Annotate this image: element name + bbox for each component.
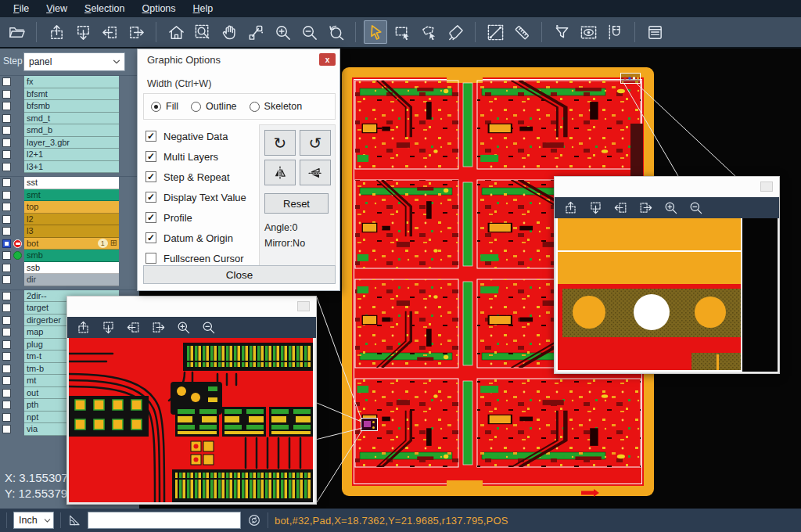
layer-checkbox[interactable] — [2, 401, 11, 409]
layer-row-l3[interactable]: l3 — [0, 225, 139, 238]
open-folder-icon[interactable] — [5, 20, 28, 44]
zoom-in-icon[interactable] — [661, 200, 680, 217]
layer-checkbox[interactable] — [2, 150, 11, 159]
radio-icon[interactable] — [191, 102, 201, 112]
radio-icon[interactable] — [250, 102, 260, 112]
angle-mode-icon[interactable] — [67, 513, 81, 527]
layers-panel-icon[interactable] — [643, 20, 666, 44]
menu-options[interactable]: Options — [133, 3, 184, 14]
layer-row-fx[interactable]: fx — [0, 76, 139, 88]
menu-view[interactable]: View — [38, 3, 76, 14]
checkbox-negative-data[interactable]: ✓Negative Data — [145, 126, 246, 146]
chevron-down-icon[interactable] — [109, 53, 124, 70]
layer-row-top[interactable]: top — [0, 201, 139, 214]
menu-selection[interactable]: Selection — [76, 3, 133, 14]
layer-checkbox[interactable] — [2, 275, 11, 284]
snap-icon[interactable] — [603, 20, 627, 44]
layer-checkbox[interactable] — [2, 215, 11, 224]
layer-checkbox[interactable] — [2, 239, 11, 248]
layer-checkbox[interactable] — [2, 352, 11, 361]
close-button[interactable]: Close — [143, 265, 336, 284]
select-polygon-icon[interactable] — [417, 20, 440, 44]
pan-hand-icon[interactable] — [217, 20, 241, 44]
move-right-icon[interactable] — [636, 200, 655, 217]
move-left-icon[interactable] — [98, 20, 121, 44]
layer-row-ssb[interactable]: ssb — [0, 262, 139, 275]
magnifier-view[interactable] — [67, 338, 316, 504]
layer-row-bfsmb[interactable]: bfsmb — [0, 100, 139, 113]
checkbox-multi-layers[interactable]: ✓Multi Layers — [145, 146, 246, 167]
magnifier-titlebar[interactable] — [555, 177, 779, 197]
measure-ruler-icon[interactable] — [510, 20, 533, 44]
layer-checkbox[interactable] — [2, 163, 11, 171]
layer-row-smd-t[interactable]: smd_t — [0, 113, 139, 125]
zoom-out-icon[interactable] — [297, 20, 321, 44]
filter-icon[interactable] — [550, 20, 573, 44]
layer-checkbox[interactable] — [2, 126, 11, 135]
reset-button[interactable]: Reset — [264, 193, 329, 214]
layer-checkbox[interactable] — [2, 264, 11, 272]
mirror-vertical-button[interactable] — [300, 160, 331, 185]
checkbox-icon[interactable]: ✓ — [145, 232, 156, 243]
move-down-icon[interactable] — [71, 20, 95, 44]
layer-checkbox[interactable] — [2, 90, 11, 99]
mirror-horizontal-button[interactable] — [264, 160, 296, 185]
menu-file[interactable]: File — [5, 3, 38, 14]
magnifier-menu-button[interactable] — [760, 182, 773, 192]
layer-row-dir[interactable]: dir — [0, 274, 139, 286]
zoom-in-icon[interactable] — [174, 319, 192, 336]
zoom-window-icon[interactable] — [191, 20, 214, 44]
command-input[interactable] — [88, 512, 241, 529]
layer-checkbox[interactable] — [2, 389, 11, 397]
layer-checkbox[interactable] — [2, 102, 11, 110]
layer-checkbox[interactable] — [2, 203, 11, 211]
visibility-icon[interactable] — [577, 20, 600, 44]
zoom-previous-icon[interactable] — [324, 20, 347, 44]
move-right-icon[interactable] — [149, 319, 167, 336]
layer-checkbox[interactable] — [2, 376, 11, 385]
layer-checkbox[interactable] — [2, 178, 11, 187]
layer-checkbox[interactable] — [2, 227, 11, 235]
select-window-icon[interactable] — [390, 20, 414, 44]
layer-row-bfsmt[interactable]: bfsmt — [0, 88, 139, 101]
move-left-icon[interactable] — [611, 200, 630, 217]
layer-checkbox[interactable] — [2, 77, 11, 86]
layer-checkbox[interactable] — [2, 413, 11, 422]
measure-line-icon[interactable] — [483, 20, 507, 44]
move-right-icon[interactable] — [124, 20, 148, 44]
layer-row-smb[interactable]: smb — [0, 250, 139, 262]
refresh-icon[interactable] — [247, 513, 261, 527]
close-icon[interactable]: x — [319, 53, 336, 66]
layer-checkbox[interactable] — [2, 191, 11, 200]
zoom-out-icon[interactable] — [199, 319, 217, 336]
layer-checkbox[interactable] — [2, 340, 11, 349]
magnifier-view[interactable] — [555, 218, 779, 373]
layer-row-smt[interactable]: smt — [0, 189, 139, 202]
checkbox-icon[interactable]: ✓ — [145, 192, 156, 203]
checkbox-profile[interactable]: ✓Profile — [145, 207, 246, 228]
layer-row-l2-1[interactable]: l2+1 — [0, 149, 139, 161]
select-cursor-icon[interactable] — [364, 20, 387, 44]
checkbox-icon[interactable]: ✓ — [145, 151, 156, 162]
move-left-icon[interactable] — [124, 319, 142, 336]
checkbox-icon[interactable]: ✓ — [145, 171, 156, 182]
radio-icon[interactable] — [151, 102, 161, 112]
checkbox-datum-origin[interactable]: ✓Datum & Origin — [145, 228, 246, 248]
move-vertex-icon[interactable] — [244, 20, 268, 44]
checkbox-icon[interactable]: ✓ — [145, 212, 156, 223]
magnifier-window-right[interactable] — [554, 176, 780, 374]
layer-checkbox[interactable] — [2, 425, 11, 433]
layer-row-sst[interactable]: sst — [0, 177, 139, 189]
magnifier-window-left[interactable] — [66, 296, 317, 505]
layer-checkbox[interactable] — [2, 114, 11, 123]
move-up-icon[interactable] — [45, 20, 68, 44]
chevron-down-icon[interactable] — [41, 516, 53, 525]
checkbox-icon[interactable]: ✓ — [145, 131, 156, 142]
layer-row-l2[interactable]: l2 — [0, 214, 139, 226]
radio-fill[interactable]: Fill — [151, 101, 178, 112]
layer-row-bot[interactable]: bot1⊞ — [0, 238, 139, 250]
magnifier-menu-button[interactable] — [297, 301, 310, 311]
move-up-icon[interactable] — [561, 200, 580, 217]
zoom-out-icon[interactable] — [686, 200, 705, 217]
menu-help[interactable]: Help — [185, 3, 222, 14]
